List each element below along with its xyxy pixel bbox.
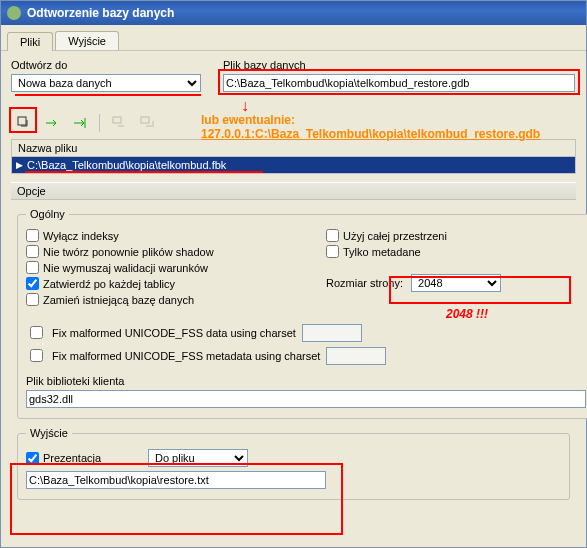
toolbar-btn-1[interactable] [13,112,35,134]
toolbar-sep [99,114,100,132]
red-underline-filerow [25,171,263,173]
db-file-label: Plik bazy danych [223,59,576,71]
output-fieldset: Wyjście Prezentacja Do pliku [17,427,570,500]
restore-to-label: Odtwórz do [11,59,203,71]
lbl-deactivate-indexes: Wyłącz indeksy [43,230,119,242]
page-size-select[interactable]: 2048 [411,274,501,292]
output-legend: Wyjście [26,427,72,439]
client-lib-label: Plik biblioteki klienta [26,375,586,387]
chk-use-all-space[interactable] [326,229,339,242]
file-list-header[interactable]: Nazwa pliku [11,139,576,157]
chk-verbose[interactable] [26,452,39,465]
fix-meta-charset-input[interactable] [326,347,386,365]
chk-no-shadow[interactable] [26,245,39,258]
general-fieldset: Ogólny Wyłącz indeksy Nie twórz ponownie… [17,208,587,419]
restore-window: Odtworzenie bazy danych Pliki Wyjście Od… [0,0,587,548]
restore-to-select[interactable]: Nowa baza danych [11,74,201,92]
db-file-input[interactable] [223,74,575,92]
lbl-replace: Zamień istniejącą bazę danych [43,294,194,306]
page-size-label: Rozmiar strony: [326,277,403,289]
lbl-fix-meta: Fix malformed UNICODE_FSS metadata using… [52,350,320,362]
toolbar-btn-5[interactable] [136,112,158,134]
file-list: Nazwa pliku ▶ C:\Baza_Telkombud\kopia\te… [11,139,576,174]
red-note-2048: 2048 !!! [446,307,488,321]
svg-rect-8 [141,117,149,123]
chk-commit-each[interactable] [26,277,39,290]
row-caret-icon: ▶ [16,160,23,170]
chk-fix-meta[interactable] [30,349,43,362]
toolbar-btn-4[interactable] [108,112,130,134]
red-underline-restore-to [15,94,201,96]
titlebar: Odtworzenie bazy danych [1,1,586,25]
tab-bar: Pliki Wyjście [1,25,586,51]
lbl-commit-each: Zatwierdź po każdej tablicy [43,278,175,290]
output-path-input[interactable] [26,471,326,489]
lbl-use-all-space: Użyj całej przestrzeni [343,230,447,242]
client-lib-input[interactable] [26,390,586,408]
chk-deactivate-indexes[interactable] [26,229,39,242]
window-title: Odtworzenie bazy danych [27,6,174,20]
chk-meta-only[interactable] [326,245,339,258]
lbl-verbose: Prezentacja [43,452,101,464]
svg-rect-6 [113,117,121,123]
svg-rect-0 [18,117,26,125]
toolbar-btn-2[interactable] [41,112,63,134]
app-icon [7,6,21,20]
tab-wyjscie[interactable]: Wyjście [55,31,119,50]
lbl-no-validity: Nie wymuszaj walidacji warunków [43,262,208,274]
fix-data-charset-input[interactable] [302,324,362,342]
red-arrow-icon: ↓ [241,98,249,114]
lbl-fix-data: Fix malformed UNICODE_FSS data using cha… [52,327,296,339]
orange-annotation: lub ewentualnie: 127.0.0.1:C:\Baza_Telko… [201,113,581,141]
general-legend: Ogólny [26,208,69,220]
lbl-meta-only: Tylko metadane [343,246,421,258]
restore-top-row: Odtwórz do Nowa baza danych Plik bazy da… [11,59,576,92]
options-header: Opcje [11,182,576,200]
output-target-select[interactable]: Do pliku [148,449,248,467]
toolbar-btn-3[interactable] [69,112,91,134]
chk-replace[interactable] [26,293,39,306]
lbl-no-shadow: Nie twórz ponownie plików shadow [43,246,214,258]
file-list-row-text: C:\Baza_Telkombud\kopia\telkombud.fbk [27,159,226,171]
chk-fix-data[interactable] [30,326,43,339]
chk-no-validity[interactable] [26,261,39,274]
tab-pliki[interactable]: Pliki [7,32,53,51]
